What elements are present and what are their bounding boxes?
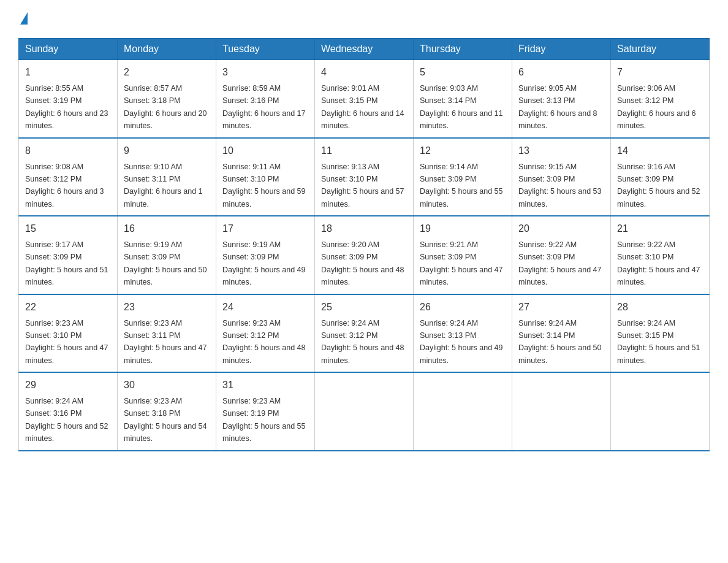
day-info: Sunrise: 9:13 AMSunset: 3:10 PMDaylight:… xyxy=(321,163,404,209)
day-number: 11 xyxy=(321,144,407,158)
day-number: 5 xyxy=(420,65,506,80)
day-number: 12 xyxy=(420,144,506,158)
day-info: Sunrise: 8:59 AMSunset: 3:16 PMDaylight:… xyxy=(222,84,306,130)
day-info: Sunrise: 9:19 AMSunset: 3:09 PMDaylight:… xyxy=(222,240,306,286)
day-number: 19 xyxy=(420,221,506,236)
calendar-cell: 27Sunrise: 9:24 AMSunset: 3:14 PMDayligh… xyxy=(512,294,611,373)
day-number: 28 xyxy=(617,300,703,315)
day-info: Sunrise: 9:01 AMSunset: 3:15 PMDaylight:… xyxy=(321,84,404,130)
day-number: 20 xyxy=(518,221,604,236)
calendar-cell: 18Sunrise: 9:20 AMSunset: 3:09 PMDayligh… xyxy=(315,216,414,294)
calendar-cell: 31Sunrise: 9:23 AMSunset: 3:19 PMDayligh… xyxy=(216,372,315,451)
day-info: Sunrise: 9:21 AMSunset: 3:09 PMDaylight:… xyxy=(420,240,503,286)
calendar-cell: 6Sunrise: 9:05 AMSunset: 3:13 PMDaylight… xyxy=(512,60,611,138)
day-number: 15 xyxy=(25,221,111,236)
day-number: 10 xyxy=(222,144,308,158)
calendar-cell: 23Sunrise: 9:23 AMSunset: 3:11 PMDayligh… xyxy=(118,294,216,373)
calendar-cell: 16Sunrise: 9:19 AMSunset: 3:09 PMDayligh… xyxy=(118,216,216,294)
calendar-cell: 1Sunrise: 8:55 AMSunset: 3:19 PMDaylight… xyxy=(19,60,118,138)
calendar-cell: 5Sunrise: 9:03 AMSunset: 3:14 PMDaylight… xyxy=(414,60,512,138)
day-number: 21 xyxy=(617,221,703,236)
day-number: 3 xyxy=(222,65,308,80)
day-info: Sunrise: 9:11 AMSunset: 3:10 PMDaylight:… xyxy=(222,163,306,209)
day-number: 6 xyxy=(518,65,604,80)
calendar-table: SundayMondayTuesdayWednesdayThursdayFrid… xyxy=(18,38,710,451)
calendar-cell xyxy=(414,372,512,451)
day-number: 2 xyxy=(124,65,210,80)
day-info: Sunrise: 9:23 AMSunset: 3:19 PMDaylight:… xyxy=(222,397,306,443)
logo xyxy=(18,12,28,26)
page-header xyxy=(18,12,710,26)
calendar-cell xyxy=(512,372,611,451)
calendar-cell: 14Sunrise: 9:16 AMSunset: 3:09 PMDayligh… xyxy=(611,138,710,216)
day-number: 8 xyxy=(25,144,111,158)
calendar-cell: 2Sunrise: 8:57 AMSunset: 3:18 PMDaylight… xyxy=(118,60,216,138)
calendar-cell: 19Sunrise: 9:21 AMSunset: 3:09 PMDayligh… xyxy=(414,216,512,294)
day-info: Sunrise: 8:57 AMSunset: 3:18 PMDaylight:… xyxy=(124,84,207,130)
day-info: Sunrise: 9:16 AMSunset: 3:09 PMDaylight:… xyxy=(617,163,700,209)
calendar-body: 1Sunrise: 8:55 AMSunset: 3:19 PMDaylight… xyxy=(19,60,710,451)
day-number: 17 xyxy=(222,221,308,236)
day-number: 1 xyxy=(25,65,111,80)
calendar-header: SundayMondayTuesdayWednesdayThursdayFrid… xyxy=(19,39,710,60)
day-info: Sunrise: 9:06 AMSunset: 3:12 PMDaylight:… xyxy=(617,84,696,130)
day-info: Sunrise: 9:08 AMSunset: 3:12 PMDaylight:… xyxy=(25,163,104,209)
week-row-4: 22Sunrise: 9:23 AMSunset: 3:10 PMDayligh… xyxy=(19,294,710,373)
day-info: Sunrise: 9:03 AMSunset: 3:14 PMDaylight:… xyxy=(420,84,503,130)
day-info: Sunrise: 9:22 AMSunset: 3:10 PMDaylight:… xyxy=(617,240,700,286)
day-number: 27 xyxy=(518,300,604,315)
day-number: 7 xyxy=(617,65,703,80)
calendar-cell: 15Sunrise: 9:17 AMSunset: 3:09 PMDayligh… xyxy=(19,216,118,294)
day-info: Sunrise: 9:24 AMSunset: 3:15 PMDaylight:… xyxy=(617,319,700,365)
day-info: Sunrise: 9:05 AMSunset: 3:13 PMDaylight:… xyxy=(518,84,597,130)
day-info: Sunrise: 9:19 AMSunset: 3:09 PMDaylight:… xyxy=(124,240,207,286)
calendar-cell: 21Sunrise: 9:22 AMSunset: 3:10 PMDayligh… xyxy=(611,216,710,294)
day-number: 26 xyxy=(420,300,506,315)
calendar-cell: 4Sunrise: 9:01 AMSunset: 3:15 PMDaylight… xyxy=(315,60,414,138)
calendar-cell: 3Sunrise: 8:59 AMSunset: 3:16 PMDaylight… xyxy=(216,60,315,138)
day-number: 4 xyxy=(321,65,407,80)
day-info: Sunrise: 9:17 AMSunset: 3:09 PMDaylight:… xyxy=(25,240,108,286)
day-info: Sunrise: 9:10 AMSunset: 3:11 PMDaylight:… xyxy=(124,163,203,209)
day-number: 9 xyxy=(124,144,210,158)
day-number: 13 xyxy=(518,144,604,158)
day-number: 16 xyxy=(124,221,210,236)
day-info: Sunrise: 9:20 AMSunset: 3:09 PMDaylight:… xyxy=(321,240,404,286)
calendar-cell: 8Sunrise: 9:08 AMSunset: 3:12 PMDaylight… xyxy=(19,138,118,216)
calendar-cell: 29Sunrise: 9:24 AMSunset: 3:16 PMDayligh… xyxy=(19,372,118,451)
day-info: Sunrise: 9:23 AMSunset: 3:12 PMDaylight:… xyxy=(222,319,306,365)
day-info: Sunrise: 9:24 AMSunset: 3:14 PMDaylight:… xyxy=(518,319,602,365)
day-number: 31 xyxy=(222,378,308,393)
header-sunday: Sunday xyxy=(19,39,118,60)
week-row-2: 8Sunrise: 9:08 AMSunset: 3:12 PMDaylight… xyxy=(19,138,710,216)
calendar-cell: 10Sunrise: 9:11 AMSunset: 3:10 PMDayligh… xyxy=(216,138,315,216)
calendar-cell: 28Sunrise: 9:24 AMSunset: 3:15 PMDayligh… xyxy=(611,294,710,373)
week-row-5: 29Sunrise: 9:24 AMSunset: 3:16 PMDayligh… xyxy=(19,372,710,451)
calendar-cell: 20Sunrise: 9:22 AMSunset: 3:09 PMDayligh… xyxy=(512,216,611,294)
day-info: Sunrise: 9:14 AMSunset: 3:09 PMDaylight:… xyxy=(420,163,503,209)
day-info: Sunrise: 9:23 AMSunset: 3:11 PMDaylight:… xyxy=(124,319,207,365)
day-info: Sunrise: 9:23 AMSunset: 3:18 PMDaylight:… xyxy=(124,397,207,443)
header-friday: Friday xyxy=(512,39,611,60)
logo-triangle-icon xyxy=(20,12,28,25)
day-number: 23 xyxy=(124,300,210,315)
day-number: 29 xyxy=(25,378,111,393)
day-number: 30 xyxy=(124,378,210,393)
header-thursday: Thursday xyxy=(414,39,512,60)
week-row-1: 1Sunrise: 8:55 AMSunset: 3:19 PMDaylight… xyxy=(19,60,710,138)
calendar-cell: 24Sunrise: 9:23 AMSunset: 3:12 PMDayligh… xyxy=(216,294,315,373)
calendar-cell: 13Sunrise: 9:15 AMSunset: 3:09 PMDayligh… xyxy=(512,138,611,216)
calendar-cell: 22Sunrise: 9:23 AMSunset: 3:10 PMDayligh… xyxy=(19,294,118,373)
header-tuesday: Tuesday xyxy=(216,39,315,60)
calendar-cell: 25Sunrise: 9:24 AMSunset: 3:12 PMDayligh… xyxy=(315,294,414,373)
calendar-cell: 9Sunrise: 9:10 AMSunset: 3:11 PMDaylight… xyxy=(118,138,216,216)
calendar-cell: 11Sunrise: 9:13 AMSunset: 3:10 PMDayligh… xyxy=(315,138,414,216)
calendar-cell xyxy=(315,372,414,451)
calendar-cell xyxy=(611,372,710,451)
calendar-cell: 17Sunrise: 9:19 AMSunset: 3:09 PMDayligh… xyxy=(216,216,315,294)
header-saturday: Saturday xyxy=(611,39,710,60)
day-info: Sunrise: 9:23 AMSunset: 3:10 PMDaylight:… xyxy=(25,319,108,365)
day-info: Sunrise: 9:24 AMSunset: 3:16 PMDaylight:… xyxy=(25,397,108,443)
calendar-cell: 26Sunrise: 9:24 AMSunset: 3:13 PMDayligh… xyxy=(414,294,512,373)
header-wednesday: Wednesday xyxy=(315,39,414,60)
